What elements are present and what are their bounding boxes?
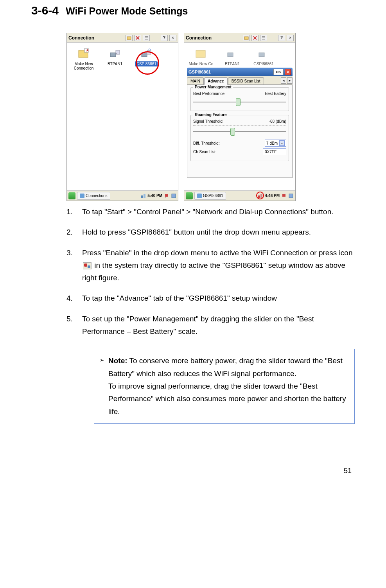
close-icon: × bbox=[289, 36, 291, 40]
tab-scroll-left[interactable]: ◄ bbox=[281, 77, 286, 84]
svg-rect-26 bbox=[228, 53, 233, 57]
tray-flag-icon[interactable] bbox=[281, 193, 287, 199]
svg-rect-23 bbox=[262, 38, 265, 38]
svg-rect-5 bbox=[145, 39, 148, 39]
delete-icon bbox=[253, 36, 257, 40]
instruction-text: Press "Enable" in the drop down menu to … bbox=[82, 247, 355, 285]
signal-threshold-label: Signal Threshold: bbox=[193, 119, 224, 124]
svg-rect-31 bbox=[289, 194, 293, 198]
conn-gspi-label: GSPI86861 bbox=[253, 61, 275, 66]
taskbar: GSPI86861 4:46 PM bbox=[184, 190, 295, 201]
folder-icon bbox=[127, 36, 131, 40]
system-tray: 5:40 PM bbox=[140, 193, 176, 199]
start-button[interactable] bbox=[186, 192, 193, 199]
tray-show-desktop-icon[interactable] bbox=[171, 193, 176, 199]
help-icon: ? bbox=[163, 36, 165, 40]
folder-new-icon: ★ bbox=[77, 47, 90, 60]
start-button[interactable] bbox=[68, 192, 75, 199]
signal-slider[interactable] bbox=[193, 128, 286, 136]
conn-make-new[interactable]: ★ Make New Connection bbox=[70, 47, 97, 71]
dialog-ok-button[interactable]: OK bbox=[273, 69, 284, 75]
header-toolbtn-2[interactable] bbox=[134, 35, 141, 41]
conn-btpan[interactable]: BTPAN1 bbox=[219, 47, 246, 66]
taskbar-task[interactable]: GSPI86861 bbox=[194, 192, 226, 200]
signal-slider-thumb[interactable] bbox=[230, 128, 235, 136]
taskbar-task[interactable]: Connections bbox=[77, 192, 110, 200]
svg-rect-10 bbox=[116, 50, 120, 54]
tray-wifi-icon[interactable] bbox=[258, 193, 263, 199]
ch-scan-input[interactable]: 0X7FF bbox=[263, 148, 286, 155]
tab-main[interactable]: MAIN bbox=[187, 77, 204, 84]
svg-rect-12 bbox=[142, 53, 147, 57]
conn-gspi-label: GSPI86861 bbox=[135, 61, 158, 66]
pm-left-label: Best Performance bbox=[193, 91, 224, 96]
network-adapter-icon bbox=[226, 47, 239, 60]
wifi-adapter-icon bbox=[140, 47, 153, 60]
svg-rect-30 bbox=[282, 194, 285, 197]
svg-rect-29 bbox=[260, 194, 262, 198]
figure-left: Connection ? × ★ Make New Connection bbox=[66, 33, 178, 201]
header-toolbtn-1[interactable] bbox=[126, 35, 133, 41]
conn-btpan[interactable]: BTPAN1 bbox=[101, 47, 129, 71]
instruction-3: 3. Press "Enable" in the drop down menu … bbox=[66, 247, 355, 285]
note-box: ➢ Note: To conserve more battery power, … bbox=[94, 349, 355, 423]
close-button[interactable]: × bbox=[169, 35, 176, 41]
diff-threshold-select[interactable]: 7 dBm ▾ bbox=[265, 140, 286, 147]
pm-slider[interactable] bbox=[193, 98, 286, 106]
system-tray: 4:46 PM bbox=[258, 193, 294, 199]
list-icon bbox=[144, 36, 149, 40]
tray-wifi-inline-icon bbox=[83, 262, 92, 269]
instruction-text: Hold to press "GSPI86861" button until t… bbox=[82, 226, 355, 238]
svg-rect-14 bbox=[141, 195, 143, 198]
signal-threshold-value: -68 (dBm) bbox=[269, 119, 286, 124]
window-header: Connection ? × bbox=[67, 33, 178, 43]
header-toolbtn-3[interactable] bbox=[143, 35, 150, 41]
help-button[interactable]: ? bbox=[161, 35, 168, 41]
tab-bssid[interactable]: BSSID Scan List bbox=[228, 77, 264, 84]
folder-icon bbox=[244, 36, 249, 40]
globe-icon bbox=[80, 194, 84, 198]
dialog-title: GSPI86861 bbox=[189, 70, 211, 74]
dialog-body: Power Management Best Performance Best B… bbox=[187, 85, 293, 178]
svg-text:★: ★ bbox=[86, 48, 89, 52]
tab-advance[interactable]: Advance bbox=[204, 77, 228, 85]
svg-rect-18 bbox=[172, 194, 176, 198]
note-body-2: To improve signal performance, drag the … bbox=[108, 380, 347, 418]
svg-rect-15 bbox=[144, 194, 145, 198]
dialog-close-button[interactable]: × bbox=[285, 69, 291, 75]
conn-make-new[interactable]: Make New Co bbox=[187, 47, 215, 66]
instruction-number: 2. bbox=[66, 226, 82, 238]
instruction-number: 3. bbox=[66, 247, 82, 285]
tray-network-icon[interactable] bbox=[140, 193, 146, 199]
instruction-2: 2. Hold to press "GSPI86861" button unti… bbox=[66, 226, 355, 238]
svg-rect-0 bbox=[127, 37, 131, 39]
conn-btpan-label: BTPAN1 bbox=[107, 61, 123, 66]
note-body-1: To conserve more battery power, drag the… bbox=[108, 357, 343, 377]
figure-right: Connection ? × Make New Co BTPAN1 G bbox=[184, 33, 296, 201]
close-button[interactable]: × bbox=[287, 35, 294, 41]
window-header: Connection ? × bbox=[184, 33, 295, 43]
taskbar: Connections 5:40 PM bbox=[67, 190, 178, 201]
header-toolbtn-1[interactable] bbox=[243, 35, 250, 41]
conn-gspi[interactable]: GSPI86861 bbox=[250, 47, 277, 66]
connection-icons: ★ Make New Connection BTPAN1 GSPI86861 bbox=[69, 45, 176, 75]
help-button[interactable]: ? bbox=[278, 35, 285, 41]
tab-scroll-right[interactable]: ► bbox=[287, 77, 293, 84]
tray-flag-icon[interactable] bbox=[164, 193, 169, 199]
window-title: Connection bbox=[68, 35, 124, 41]
taskbar-time: 4:46 PM bbox=[265, 194, 280, 198]
tab-bar: MAIN Advance BSSID Scan List ◄ ► bbox=[187, 76, 293, 85]
delete-icon bbox=[135, 36, 140, 40]
taskbar-task-label: Connections bbox=[86, 194, 108, 198]
page-number: 51 bbox=[31, 467, 355, 475]
note-bullet-icon: ➢ bbox=[100, 355, 104, 418]
svg-rect-4 bbox=[145, 38, 148, 38]
pm-slider-thumb[interactable] bbox=[236, 98, 241, 106]
svg-rect-24 bbox=[262, 39, 265, 39]
svg-rect-13 bbox=[147, 50, 151, 54]
figures-row: Connection ? × ★ Make New Connection bbox=[66, 33, 355, 201]
tray-show-desktop-icon[interactable] bbox=[288, 193, 294, 199]
header-toolbtn-3[interactable] bbox=[260, 35, 267, 41]
conn-gspi[interactable]: GSPI86861 bbox=[133, 47, 160, 71]
header-toolbtn-2[interactable] bbox=[251, 35, 259, 41]
